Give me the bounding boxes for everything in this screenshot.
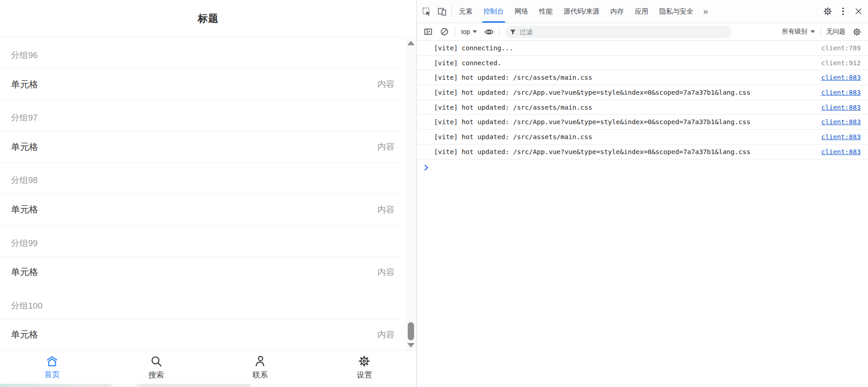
- group-header-label: 分组99: [11, 237, 38, 249]
- levels-label: 所有级别: [782, 28, 807, 36]
- group-header: 分组96: [0, 38, 405, 69]
- console-message: [vite] hot updated: /src/App.vue?vue&typ…: [417, 85, 868, 100]
- log-levels-dropdown[interactable]: 所有级别: [782, 28, 815, 36]
- cell-title: 单元格: [11, 203, 38, 216]
- issues-counter[interactable]: 无问题: [826, 28, 845, 36]
- settings-icon: [358, 355, 371, 368]
- console-prompt[interactable]: [417, 160, 868, 173]
- devtools-tab-3[interactable]: 网络: [509, 0, 534, 23]
- inspect-element-icon[interactable]: [419, 4, 434, 19]
- console-message-text: [vite] hot updated: /src/App.vue?vue&typ…: [434, 148, 813, 155]
- scrollbar-thumb[interactable]: [408, 322, 414, 340]
- eye-live-expression-icon[interactable]: [481, 24, 497, 39]
- scrollbar-down-arrow-icon[interactable]: [407, 343, 415, 348]
- cell-value: 内容: [377, 78, 395, 90]
- list-item[interactable]: 单元格内容: [0, 69, 405, 100]
- group-header: 分组97: [0, 100, 405, 131]
- tab-label: 搜索: [149, 370, 164, 380]
- console-message-text: [vite] hot updated: /src/App.vue?vue&typ…: [434, 118, 813, 126]
- cell-title: 单元格: [11, 78, 38, 91]
- list-item[interactable]: 单元格内容: [0, 194, 405, 225]
- source-link[interactable]: client:883: [821, 148, 861, 155]
- filter-input[interactable]: [520, 28, 728, 35]
- group-header: 分组98: [0, 163, 405, 194]
- console-settings-gear-icon[interactable]: [849, 24, 864, 39]
- contact-icon: [254, 355, 266, 368]
- devtools-settings-gear-icon[interactable]: [820, 4, 835, 19]
- console-prompt-chevron-icon: [424, 164, 429, 171]
- console-filter[interactable]: [505, 26, 732, 38]
- tab-label: 首页: [44, 369, 60, 380]
- console-message-text: [vite] connecting...: [434, 44, 813, 52]
- clear-console-icon[interactable]: [437, 24, 452, 39]
- console-message-text: [vite] hot updated: /src/assets/main.css: [434, 74, 813, 81]
- source-label: client:912: [821, 59, 861, 67]
- execution-context-selector[interactable]: top: [458, 28, 480, 35]
- tab-home[interactable]: 首页: [0, 351, 104, 384]
- devtools-tab-5[interactable]: 源代码/来源: [558, 0, 605, 23]
- console-message: [vite] hot updated: /src/App.vue?vue&typ…: [417, 145, 868, 160]
- source-link[interactable]: client:883: [821, 89, 861, 96]
- list-item[interactable]: 单元格内容: [0, 131, 405, 163]
- filter-funnel-icon: [510, 29, 516, 35]
- source-link[interactable]: client:883: [821, 74, 861, 81]
- cell-value: 内容: [377, 204, 395, 216]
- group-header: 分组100: [0, 288, 405, 319]
- console-message-list: [vite] connecting...client:789[vite] con…: [417, 41, 868, 160]
- console-message-text: [vite] hot updated: /src/assets/main.css: [434, 104, 813, 111]
- page-title: 标题: [198, 12, 219, 25]
- context-label: top: [461, 28, 470, 35]
- cell-title: 单元格: [11, 329, 38, 341]
- app-header: 标题: [0, 0, 416, 37]
- group-header-label: 分组97: [11, 112, 38, 124]
- devtools-close-icon[interactable]: [851, 4, 866, 19]
- bottom-edge-strip: [0, 384, 416, 387]
- console-message: [vite] hot updated: /src/assets/main.css…: [417, 100, 868, 115]
- devtools-tab-2[interactable]: 控制台: [478, 0, 509, 23]
- group-header-label: 分组96: [11, 49, 38, 61]
- cell-value: 内容: [377, 329, 395, 341]
- source-link[interactable]: client:883: [821, 104, 861, 111]
- console-sidebar-toggle-icon[interactable]: [420, 24, 436, 39]
- devtools-tabs: 元素控制台网络性能源代码/来源内存应用隐私与安全: [453, 0, 699, 23]
- bottom-tab-bar: 首页搜索联系设置: [0, 350, 416, 384]
- devtools-tab-4[interactable]: 性能: [534, 0, 558, 23]
- divider: [451, 6, 452, 17]
- list-item[interactable]: 单元格内容: [0, 319, 405, 350]
- app-scrollbar[interactable]: [406, 38, 416, 350]
- device-toolbar-icon[interactable]: [434, 4, 449, 19]
- group-header: 分组99: [0, 226, 405, 257]
- devtools-tab-bar: 元素控制台网络性能源代码/来源内存应用隐私与安全 »: [417, 0, 868, 23]
- cell-list: 分组96单元格内容分组97单元格内容分组98单元格内容分组99单元格内容分组10…: [0, 38, 405, 350]
- mobile-app-panel: 标题 分组96单元格内容分组97单元格内容分组98单元格内容分组99单元格内容分…: [0, 0, 416, 387]
- tab-contact[interactable]: 联系: [208, 351, 313, 384]
- console-message: [vite] hot updated: /src/App.vue?vue&typ…: [417, 115, 868, 130]
- search-icon: [150, 355, 163, 368]
- console-message: [vite] connecting...client:789: [417, 41, 868, 56]
- tab-search[interactable]: 搜索: [104, 351, 208, 384]
- source-label: client:789: [821, 44, 861, 52]
- console-toolbar: top 所有级别 无问题: [417, 23, 868, 41]
- source-link[interactable]: client:883: [821, 118, 861, 126]
- more-tabs-chevron-icon[interactable]: »: [699, 6, 713, 16]
- console-message: [vite] hot updated: /src/assets/main.css…: [417, 70, 868, 85]
- devtools-tab-1[interactable]: 元素: [453, 0, 478, 23]
- group-header-label: 分组98: [11, 174, 38, 186]
- tab-settings[interactable]: 设置: [312, 351, 416, 384]
- source-link[interactable]: client:883: [821, 133, 861, 140]
- console-message: [vite] connected.client:912: [417, 56, 868, 71]
- devtools-tab-8[interactable]: 隐私与安全: [654, 0, 699, 23]
- console-message-text: [vite] hot updated: /src/App.vue?vue&typ…: [434, 89, 813, 96]
- devtools-menu-kebab-icon[interactable]: [835, 4, 851, 19]
- list-item[interactable]: 单元格内容: [0, 257, 405, 288]
- scrollbar-up-arrow-icon[interactable]: [407, 41, 415, 45]
- tab-label: 设置: [357, 370, 372, 380]
- console-message: [vite] hot updated: /src/assets/main.css…: [417, 130, 868, 145]
- chevron-down-icon: [810, 30, 815, 33]
- devtools-tab-7[interactable]: 应用: [629, 0, 654, 23]
- devtools-panel: 元素控制台网络性能源代码/来源内存应用隐私与安全 »: [416, 0, 868, 387]
- tab-label: 联系: [252, 370, 268, 380]
- cell-value: 内容: [377, 266, 395, 278]
- devtools-tab-6[interactable]: 内存: [605, 0, 629, 23]
- cell-title: 单元格: [11, 266, 38, 278]
